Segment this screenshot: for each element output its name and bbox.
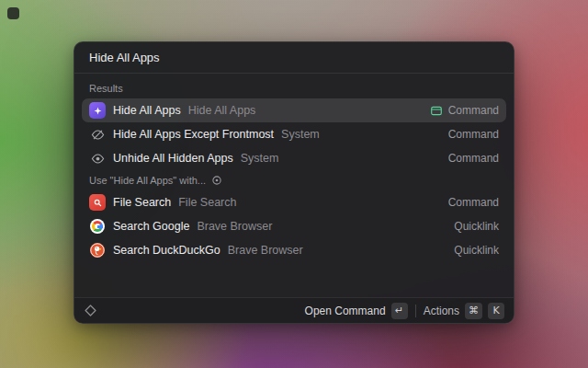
menubar-window-icon [430,105,443,117]
duckduckgo-icon [89,242,106,259]
list-item-hide-except-frontmost[interactable]: Hide All Apps Except Frontmost System Co… [82,122,506,146]
section-header-results: Results [82,78,506,98]
item-title: Unhide All Hidden Apps [113,152,233,165]
file-search-icon [89,194,106,211]
launcher-window: Hide All Apps Results Hide All Apps Hide… [74,41,514,324]
item-subtitle: Hide All Apps [188,104,256,117]
list-item-search-google[interactable]: Search Google Brave Browser Quicklink [82,214,506,238]
item-subtitle: Brave Browser [197,220,272,233]
google-icon [89,218,106,235]
item-title: Hide All Apps Except Frontmost [113,128,274,141]
list-item-unhide-all[interactable]: Unhide All Hidden Apps System Command [82,146,506,170]
eye-slash-icon [89,126,106,143]
wallpaper-menubar-dot [7,7,19,19]
enter-key-badge: ↵ [391,303,408,319]
circle-dot-icon [211,175,222,186]
item-accessory-label: Command [448,196,499,209]
section-header-label: Results [89,83,123,94]
actions-label: Actions [424,305,459,317]
search-input[interactable]: Hide All Apps [74,42,514,74]
item-accessory: Command [430,104,499,117]
section-header-use-with: Use "Hide All Apps" with... [82,170,506,190]
results-list: Results Hide All Apps Hide All Apps Comm… [74,74,514,262]
item-title: Search DuckDuckGo [113,244,220,257]
item-accessory-label: Command [448,128,499,141]
list-item-search-duckduckgo[interactable]: Search DuckDuckGo Brave Browser Quicklin… [82,238,506,262]
item-subtitle: File Search [178,196,236,209]
item-subtitle: System [241,152,279,165]
item-title: Hide All Apps [113,104,181,117]
item-accessory-label: Quicklink [454,220,499,233]
item-accessory-label: Command [448,152,499,165]
command-key-badge: ⌘ [465,303,482,319]
item-accessory-label: Command [448,104,499,117]
section-header-label: Use "Hide All Apps" with... [89,175,206,186]
open-command-button[interactable]: Open Command ↵ [305,303,408,319]
item-title: File Search [113,196,171,209]
list-item-hide-all-apps[interactable]: Hide All Apps Hide All Apps Command [82,98,506,122]
item-title: Search Google [113,220,189,233]
actions-button[interactable]: Actions ⌘ K [424,303,504,319]
list-item-file-search[interactable]: File Search File Search Command [82,190,506,214]
search-query-text: Hide All Apps [89,51,160,64]
hide-all-apps-icon [89,102,106,119]
k-key-badge: K [488,303,504,319]
footer-bar: Open Command ↵ Actions ⌘ K [74,297,514,323]
app-logo-icon [84,304,97,317]
item-subtitle: System [281,128,320,141]
open-command-label: Open Command [305,305,386,317]
item-subtitle: Brave Browser [228,244,303,257]
item-accessory-label: Quicklink [454,244,499,257]
footer-divider [415,305,416,317]
eye-icon [89,150,106,167]
